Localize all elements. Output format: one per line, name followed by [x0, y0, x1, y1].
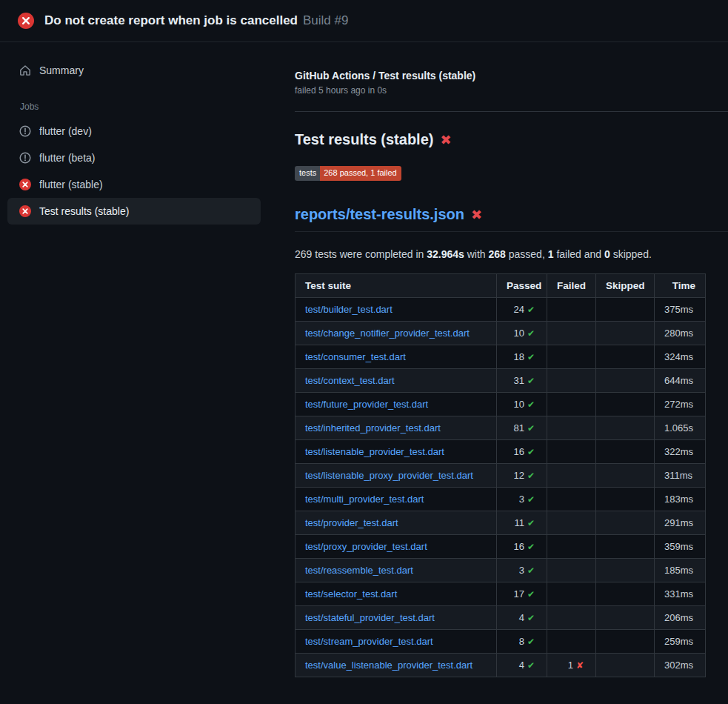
test-suite-link[interactable]: test/listenable_provider_test.dart — [305, 446, 444, 457]
report-title: reports/test-results.json ✖ — [295, 206, 728, 232]
summary-text: failed and — [554, 248, 605, 260]
test-suite-link[interactable]: test/context_test.dart — [305, 375, 395, 386]
pass-check-icon: ✔ — [527, 565, 535, 576]
pass-check-icon: ✔ — [527, 376, 535, 386]
col-header-failed: Failed — [547, 274, 596, 298]
sidebar-item-flutter-beta[interactable]: flutter (beta) — [7, 145, 261, 171]
time-cell: 280ms — [655, 322, 706, 345]
sidebar-item-label: flutter (stable) — [39, 179, 103, 190]
count-cell — [547, 535, 596, 559]
suite-cell: test/selector_test.dart — [295, 582, 497, 606]
count-value: 3 — [519, 565, 524, 576]
test-suite-link[interactable]: test/change_notifier_provider_test.dart — [305, 328, 470, 339]
count-cell — [596, 322, 655, 345]
summary-text: 269 tests were completed in — [295, 248, 427, 260]
pass-check-icon: ✔ — [527, 637, 535, 647]
count-cell: 81✔ — [497, 416, 547, 440]
fail-x-icon: ✘ — [576, 660, 584, 671]
suite-cell: test/builder_test.dart — [295, 298, 497, 322]
test-suite-link[interactable]: test/consumer_test.dart — [305, 351, 406, 362]
test-suite-link[interactable]: test/builder_test.dart — [305, 304, 393, 315]
badge-label: tests — [295, 166, 320, 181]
count-cell: 24✔ — [497, 298, 547, 322]
report-link[interactable]: reports/test-results.json — [295, 206, 464, 223]
x-circle-icon — [19, 205, 31, 217]
suite-cell: test/value_listenable_provider_test.dart — [295, 654, 497, 677]
count-cell — [547, 369, 596, 393]
sidebar-item-label: Test results (stable) — [39, 205, 129, 217]
test-suite-link[interactable]: test/reassemble_test.dart — [305, 565, 413, 576]
summary-text: with — [464, 248, 489, 260]
sidebar-item-flutter-dev[interactable]: flutter (dev) — [7, 118, 261, 145]
pass-check-icon: ✔ — [527, 518, 535, 528]
test-suite-link[interactable]: test/future_provider_test.dart — [305, 399, 428, 410]
count-cell — [547, 582, 596, 606]
count-value: 1 — [568, 660, 573, 671]
count-value: 10 — [513, 399, 524, 410]
time-cell: 322ms — [655, 440, 706, 464]
count-cell — [596, 654, 655, 677]
page-title: Do not create report when job is cancell… — [44, 13, 298, 27]
time-cell: 272ms — [655, 393, 706, 416]
time-cell: 291ms — [655, 511, 706, 535]
count-cell — [596, 582, 655, 606]
time-cell: 1.065s — [655, 416, 706, 440]
count-cell — [547, 464, 596, 488]
test-suite-link[interactable]: test/inherited_provider_test.dart — [305, 422, 441, 434]
count-cell: 11✔ — [497, 511, 547, 535]
sidebar-item-test-results-stable[interactable]: Test results (stable) — [7, 198, 261, 225]
table-row: test/builder_test.dart24✔375ms — [295, 298, 706, 322]
count-cell — [547, 488, 596, 511]
test-suite-link[interactable]: test/provider_test.dart — [305, 517, 398, 528]
count-cell — [596, 416, 655, 440]
pass-check-icon: ✔ — [527, 471, 535, 481]
table-header-row: Test suite Passed Failed Skipped Time — [295, 274, 706, 298]
count-cell — [547, 345, 596, 369]
test-suite-link[interactable]: test/listenable_proxy_provider_test.dart — [305, 470, 473, 481]
count-cell — [596, 464, 655, 488]
suite-cell: test/context_test.dart — [295, 369, 497, 393]
table-row: test/change_notifier_provider_test.dart1… — [295, 322, 706, 345]
table-row: test/reassemble_test.dart3✔185ms — [295, 559, 706, 582]
test-suite-link[interactable]: test/stream_provider_test.dart — [305, 636, 433, 647]
run-meta: failed 5 hours ago in 0s — [295, 85, 728, 96]
count-cell: 8✔ — [497, 630, 547, 654]
time-cell: 644ms — [655, 369, 706, 393]
table-row: test/inherited_provider_test.dart81✔1.06… — [295, 416, 706, 440]
count-cell — [596, 369, 655, 393]
pass-check-icon: ✔ — [527, 494, 535, 505]
count-cell — [547, 298, 596, 322]
count-cell: 4✔ — [497, 606, 547, 630]
suite-cell: test/consumer_test.dart — [295, 345, 497, 369]
time-cell: 206ms — [655, 606, 706, 630]
sidebar-item-flutter-stable[interactable]: flutter (stable) — [7, 171, 261, 198]
test-suite-link[interactable]: test/value_listenable_provider_test.dart — [305, 660, 472, 671]
table-row: test/stateful_provider_test.dart4✔206ms — [295, 606, 706, 630]
sidebar-item-summary[interactable]: Summary — [7, 57, 261, 84]
table-row: test/value_listenable_provider_test.dart… — [295, 654, 706, 677]
count-value: 12 — [513, 470, 524, 481]
results-table: Test suite Passed Failed Skipped Time te… — [295, 273, 706, 677]
x-circle-icon — [19, 179, 31, 190]
suite-cell: test/future_provider_test.dart — [295, 393, 497, 416]
alert-circle-icon — [19, 152, 31, 164]
time-cell: 324ms — [655, 345, 706, 369]
count-cell — [547, 440, 596, 464]
badge-value: 268 passed, 1 failed — [320, 166, 401, 181]
suite-cell: test/listenable_provider_test.dart — [295, 440, 497, 464]
count-value: 24 — [513, 304, 524, 315]
suite-cell: test/provider_test.dart — [295, 511, 497, 535]
pass-check-icon: ✔ — [527, 660, 535, 671]
section-title: Test results (stable) ✖ — [295, 131, 728, 148]
test-suite-link[interactable]: test/proxy_provider_test.dart — [305, 541, 427, 552]
test-suite-link[interactable]: test/multi_provider_test.dart — [305, 494, 424, 505]
count-cell — [547, 606, 596, 630]
test-suite-link[interactable]: test/selector_test.dart — [305, 588, 397, 600]
time-cell: 311ms — [655, 464, 706, 488]
summary-line: 269 tests were completed in 32.964s with… — [295, 248, 728, 260]
summary-failed-count: 1 — [548, 248, 554, 260]
test-suite-link[interactable]: test/stateful_provider_test.dart — [305, 612, 435, 623]
failed-x-icon: ✖ — [440, 133, 451, 147]
check-run-header: Do not create report when job is cancell… — [0, 0, 728, 42]
count-cell — [596, 440, 655, 464]
